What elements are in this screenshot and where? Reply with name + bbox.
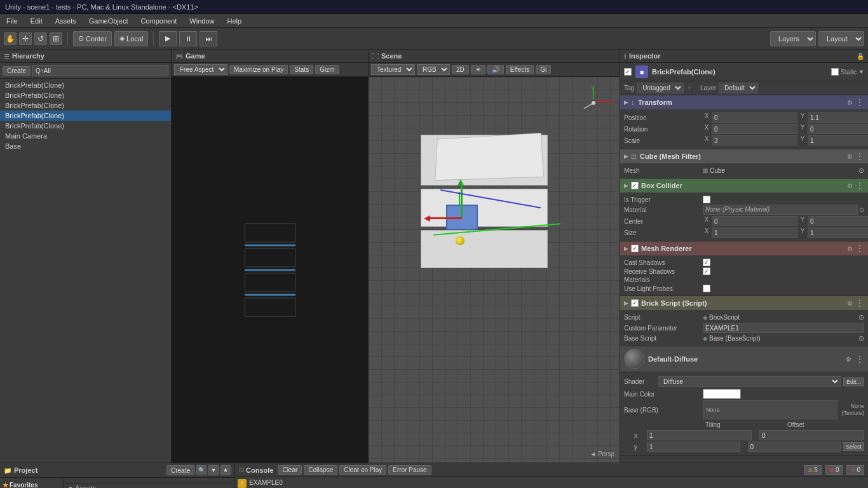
- hierarchy-item[interactable]: BrickPrefab(Clone): [0, 90, 171, 100]
- transform-dot-icon[interactable]: ⋮: [855, 97, 864, 107]
- renderer-gear-icon[interactable]: ⚙: [847, 245, 853, 252]
- scene-viewport[interactable]: ◄ Persp Y X: [369, 77, 620, 463]
- menu-file[interactable]: File: [4, 16, 20, 26]
- inspector-lock-icon[interactable]: 🔒: [857, 53, 864, 60]
- collider-dot-icon[interactable]: ⋮: [855, 180, 864, 191]
- size-x[interactable]: [712, 227, 797, 238]
- menu-help[interactable]: Help: [224, 16, 244, 26]
- collider-enabled-checkbox[interactable]: [631, 182, 639, 189]
- material-dot-icon[interactable]: ⋮: [855, 354, 864, 364]
- tag-dropdown[interactable]: Untagged: [637, 83, 684, 93]
- gi-btn[interactable]: Gi: [536, 65, 551, 74]
- menu-gameobject[interactable]: GameObject: [86, 16, 131, 26]
- mesh-filter-gear-icon[interactable]: ⚙: [847, 153, 853, 160]
- static-dropdown-arrow[interactable]: ▼: [858, 69, 864, 75]
- renderer-enabled-checkbox[interactable]: [631, 245, 639, 252]
- script-enabled-checkbox[interactable]: [631, 299, 639, 307]
- base-script-select-icon[interactable]: ⊙: [858, 334, 864, 342]
- hierarchy-search[interactable]: [32, 65, 168, 76]
- audio-btn[interactable]: 🔊: [487, 65, 504, 74]
- hierarchy-item-base[interactable]: Base: [0, 141, 171, 151]
- rotation-x[interactable]: [712, 124, 797, 134]
- play-btn[interactable]: ▶: [159, 31, 177, 46]
- select-btn[interactable]: Select: [843, 442, 864, 451]
- script-select-icon[interactable]: ⊙: [858, 313, 864, 322]
- position-y[interactable]: [808, 112, 868, 123]
- step-btn[interactable]: ⏭: [200, 31, 217, 46]
- project-create-btn[interactable]: Create: [166, 465, 194, 475]
- box-collider-header[interactable]: ▶ Box Collider ⚙ ⋮: [620, 179, 868, 193]
- mesh-select-icon[interactable]: ⊙: [858, 166, 864, 175]
- scale-y[interactable]: [808, 135, 868, 146]
- active-checkbox[interactable]: [624, 68, 632, 76]
- 2d-btn[interactable]: 2D: [452, 65, 469, 74]
- hierarchy-item[interactable]: BrickPrefab(Clone): [0, 80, 171, 90]
- script-dot-icon[interactable]: ⋮: [855, 298, 864, 308]
- maximize-on-play-btn[interactable]: Maximize on Play: [229, 65, 288, 74]
- brick-script-header[interactable]: ▶ Brick Script (Script) ⚙ ⋮: [620, 296, 868, 310]
- layers-dropdown[interactable]: Layers: [770, 31, 816, 46]
- rotate-tool-btn[interactable]: ↺: [34, 32, 47, 45]
- position-x[interactable]: [712, 112, 797, 123]
- main-color-swatch[interactable]: [703, 389, 741, 399]
- collider-gear-icon[interactable]: ⚙: [847, 182, 853, 189]
- hierarchy-item[interactable]: BrickPrefab(Clone): [0, 100, 171, 111]
- mesh-filter-dot-icon[interactable]: ⋮: [855, 151, 864, 161]
- local-btn[interactable]: ◈ Local: [114, 31, 148, 46]
- receive-shadows-checkbox[interactable]: [703, 268, 710, 275]
- menu-edit[interactable]: Edit: [28, 16, 45, 26]
- menu-window[interactable]: Window: [187, 16, 217, 26]
- hierarchy-item[interactable]: BrickPrefab(Clone): [0, 121, 171, 131]
- rotation-y[interactable]: [808, 124, 868, 134]
- console-entry-0[interactable]: ! EXAMPLE0 UnityEngine.Debug.Log(Object): [235, 477, 868, 488]
- shader-dropdown[interactable]: Diffuse: [658, 376, 841, 387]
- offset-x[interactable]: [759, 430, 864, 440]
- gizmos-btn[interactable]: Gizm: [315, 65, 339, 74]
- renderer-dot-icon[interactable]: ⋮: [855, 243, 864, 254]
- tiling-y[interactable]: [647, 442, 740, 452]
- move-tool-btn[interactable]: ✛: [19, 32, 32, 45]
- script-gear-icon[interactable]: ⚙: [847, 300, 853, 307]
- render-mode-dropdown[interactable]: Textured: [371, 64, 415, 75]
- hierarchy-item-selected[interactable]: BrickPrefab(Clone): [0, 111, 171, 121]
- pause-btn[interactable]: ⏸: [179, 31, 197, 46]
- transform-gear-icon[interactable]: ⚙: [847, 99, 853, 106]
- error-pause-btn[interactable]: Error Pause: [388, 465, 431, 475]
- scale-x[interactable]: [712, 135, 797, 146]
- clear-btn[interactable]: Clear: [278, 465, 302, 475]
- effects-btn[interactable]: Effects: [506, 65, 534, 74]
- aspect-dropdown[interactable]: Free Aspect: [174, 64, 227, 75]
- project-search-icon[interactable]: 🔍: [196, 465, 207, 475]
- use-light-probes-checkbox[interactable]: [703, 285, 710, 292]
- clear-on-play-btn[interactable]: Clear on Play: [339, 465, 386, 475]
- layer-dropdown[interactable]: Default: [719, 83, 758, 93]
- menu-component[interactable]: Component: [138, 16, 179, 26]
- static-checkbox[interactable]: [831, 68, 839, 76]
- transform-header[interactable]: ▶ ↕ Transform ⚙ ⋮: [620, 95, 868, 109]
- mesh-renderer-header[interactable]: ▶ Mesh Renderer ⚙ ⋮: [620, 241, 868, 255]
- sun-btn[interactable]: ☀: [471, 65, 485, 74]
- hierarchy-create-btn[interactable]: Create: [3, 66, 31, 76]
- shader-edit-btn[interactable]: Edit...: [843, 377, 864, 386]
- center-y[interactable]: [808, 216, 868, 226]
- material-gear-icon[interactable]: ⚙: [846, 356, 851, 363]
- stats-btn[interactable]: Stats: [290, 65, 313, 74]
- color-mode-dropdown[interactable]: RGB: [417, 64, 450, 75]
- custom-param-value[interactable]: [703, 323, 864, 333]
- is-trigger-checkbox[interactable]: [703, 196, 710, 203]
- texture-slot[interactable]: None: [703, 400, 837, 419]
- material-select-icon[interactable]: ⊙: [859, 207, 864, 214]
- scale-tool-btn[interactable]: ⊞: [50, 32, 62, 45]
- hierarchy-item-camera[interactable]: Main Camera: [0, 131, 171, 141]
- offset-y[interactable]: [748, 442, 841, 452]
- menu-assets[interactable]: Assets: [53, 16, 79, 26]
- size-y[interactable]: [808, 227, 868, 238]
- collapse-btn[interactable]: Collapse: [304, 465, 337, 475]
- project-filter-icon[interactable]: ▼: [208, 465, 219, 475]
- center-x[interactable]: [712, 216, 797, 226]
- tiling-x[interactable]: [647, 430, 752, 440]
- layout-dropdown[interactable]: Layout: [818, 31, 864, 46]
- hand-tool-btn[interactable]: ✋: [4, 32, 17, 45]
- cast-shadows-checkbox[interactable]: [703, 259, 710, 266]
- mesh-filter-header[interactable]: ▶ ⊡ Cube (Mesh Filter) ⚙ ⋮: [620, 149, 868, 163]
